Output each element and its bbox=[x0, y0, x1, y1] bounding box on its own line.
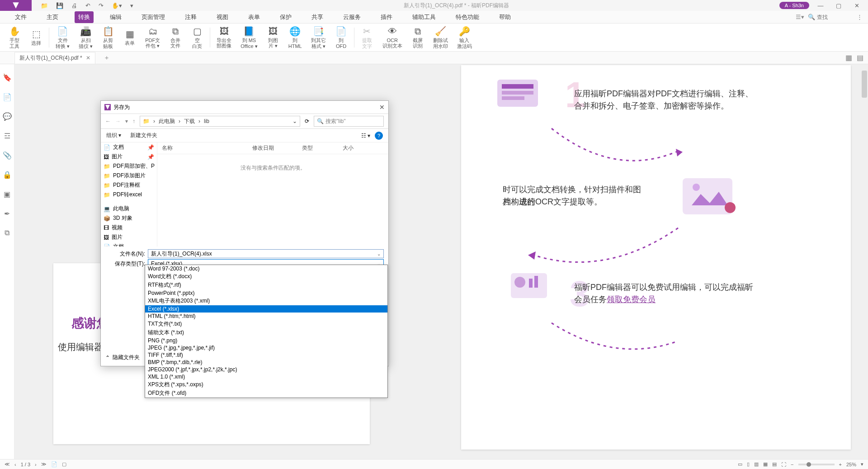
tree-item[interactable]: 📁PDF添加图片 bbox=[101, 171, 157, 180]
path-breadcrumb[interactable]: 📁 › 此电脑 › 下载 › lib ⌄ bbox=[140, 116, 300, 127]
fit-icon[interactable]: ⛶ bbox=[781, 462, 786, 467]
tree-item[interactable]: 🎞视频 bbox=[101, 223, 157, 232]
help-icon[interactable]: ? bbox=[375, 132, 383, 140]
qa-open-icon[interactable]: 📁 bbox=[41, 2, 48, 9]
tree-item[interactable]: 💻此电脑 bbox=[101, 204, 157, 213]
sign-icon[interactable]: ✒ bbox=[4, 209, 10, 218]
dropdown-item[interactable]: BMP (*.bmp,*.dib,*.rle) bbox=[145, 359, 387, 366]
menu-help[interactable]: 帮助 bbox=[495, 11, 514, 23]
menu-form[interactable]: 表单 bbox=[245, 11, 264, 23]
free-member-link[interactable]: 领取免费会员 bbox=[607, 295, 656, 304]
menu-convert[interactable]: 转换 bbox=[75, 11, 94, 23]
user-badge[interactable]: A - Sh3n bbox=[779, 2, 809, 9]
close-button[interactable]: ✕ bbox=[850, 2, 863, 9]
dropdown-item[interactable]: OFD文件 (*.ofd) bbox=[145, 389, 387, 398]
zoom-out-icon[interactable]: − bbox=[791, 462, 793, 467]
ribbon-13[interactable]: 📑到其它 格式 ▾ bbox=[307, 24, 330, 50]
menu-home[interactable]: 主页 bbox=[43, 11, 62, 23]
qa-hand-icon[interactable]: ✋▾ bbox=[112, 2, 122, 9]
ribbon-14[interactable]: 📄到 OFD bbox=[330, 24, 352, 50]
tab-close-icon[interactable]: ✕ bbox=[86, 55, 90, 61]
tree-item[interactable]: 📁PDF转excel bbox=[101, 190, 157, 199]
ribbon-5[interactable]: ▦表单 bbox=[119, 27, 141, 47]
nav-dropdown-icon[interactable]: ▾ bbox=[125, 118, 128, 124]
tab-add-button[interactable]: ＋ bbox=[104, 54, 110, 62]
ribbon-17[interactable]: ⧉截屏 识别 bbox=[407, 24, 429, 50]
view-c-icon[interactable]: ▥ bbox=[754, 461, 759, 467]
dropdown-item[interactable]: PNG (*.png) bbox=[145, 337, 387, 344]
tree-item[interactable]: 📦3D 对象 bbox=[101, 213, 157, 223]
dropdown-item[interactable]: TIFF (*.tiff,*.tif) bbox=[145, 351, 387, 359]
tree-item[interactable]: 📄文档 bbox=[101, 242, 157, 246]
vertical-scrollbar[interactable] bbox=[861, 64, 868, 459]
dropdown-item[interactable]: JPEG (*.jpg,*.jpeg,*.jpe,*.jif) bbox=[145, 344, 387, 351]
ribbon-11[interactable]: 🖼到图 片 ▾ bbox=[262, 24, 284, 50]
nav-back-icon[interactable]: ← bbox=[105, 118, 111, 124]
qa-print-icon[interactable]: 🖨 bbox=[71, 2, 77, 9]
menu-pages[interactable]: 页面管理 bbox=[138, 11, 169, 23]
first-page-icon[interactable]: ≪ bbox=[5, 461, 10, 467]
nav-fwd-icon[interactable]: → bbox=[115, 118, 121, 124]
ribbon-12[interactable]: 🌐到 HTML bbox=[284, 24, 307, 50]
ribbon-3[interactable]: 📠从扫 描仪 ▾ bbox=[74, 24, 97, 50]
ribbon-9[interactable]: 🖼导出全 部图像 bbox=[212, 24, 236, 50]
view-a-icon[interactable]: ▭ bbox=[738, 461, 742, 467]
document-tab[interactable]: 新人引导(1)_OCR(4).pdf * ✕ bbox=[14, 52, 95, 64]
ribbon-2[interactable]: 📄文件 转换 ▾ bbox=[51, 24, 74, 50]
comment-icon[interactable]: 💬 bbox=[3, 112, 12, 121]
organize-button[interactable]: 组织 ▾ bbox=[106, 132, 121, 139]
dropdown-item[interactable]: 辅助文本 (*.txt) bbox=[145, 328, 387, 337]
view-b-icon[interactable]: ▯ bbox=[747, 461, 750, 467]
menu-share[interactable]: 共享 bbox=[308, 11, 327, 23]
new-folder-button[interactable]: 新建文件夹 bbox=[130, 132, 157, 139]
scrollbar-thumb[interactable] bbox=[862, 71, 867, 98]
dropdown-item[interactable]: PowerPoint (*.pptx) bbox=[145, 289, 387, 297]
attach-icon[interactable]: 📎 bbox=[3, 151, 12, 160]
savetype-dropdown[interactable]: Word 97-2003 (*.doc)Word文档 (*.docx)RTF格式… bbox=[145, 265, 388, 398]
nav-up-icon[interactable]: ↑ bbox=[132, 118, 135, 124]
tree-item[interactable]: 📁PDF局部加密、P bbox=[101, 161, 157, 171]
ribbon-10[interactable]: 📘到 MS Office ▾ bbox=[236, 24, 262, 50]
filename-input[interactable]: 新人引导(1)_OCR(4).xlsx ⌄ bbox=[148, 249, 384, 258]
nav-page-icon[interactable]: 📄 bbox=[51, 461, 57, 467]
lock-icon[interactable]: 🔒 bbox=[3, 171, 12, 179]
zoom-dropdown-icon[interactable]: ▾ bbox=[861, 461, 863, 467]
pages-icon[interactable]: 📄 bbox=[3, 93, 12, 101]
file-list[interactable]: 名称 修改日期 类型 大小 没有与搜索条件匹配的项。 bbox=[157, 142, 388, 246]
qa-save-icon[interactable]: 💾 bbox=[56, 2, 63, 9]
page-indicator[interactable]: 1 / 3 bbox=[21, 462, 30, 467]
last-page-icon[interactable]: ≫ bbox=[41, 461, 47, 467]
search-box[interactable]: 🔍 bbox=[808, 14, 853, 20]
layers-icon[interactable]: ☲ bbox=[4, 132, 10, 140]
ribbon-19[interactable]: 🔑输入 激活码 bbox=[453, 24, 476, 50]
dropdown-item[interactable]: Word 97-2003 (*.doc) bbox=[145, 265, 387, 272]
dropdown-item[interactable]: TXT文件(*.txt) bbox=[145, 320, 387, 328]
ribbon-0[interactable]: ✋手型 工具 bbox=[4, 24, 25, 50]
menu-comment[interactable]: 注释 bbox=[181, 11, 200, 23]
next-page-icon[interactable]: › bbox=[35, 462, 37, 467]
search-input[interactable] bbox=[817, 14, 853, 20]
qa-more-icon[interactable]: ▾ bbox=[130, 2, 133, 9]
dropdown-item[interactable]: Excel (*.xlsx) bbox=[145, 305, 387, 313]
menu-more-icon[interactable]: ⋮ bbox=[857, 14, 863, 20]
dropdown-item[interactable]: XML 1.0 (*.xml) bbox=[145, 373, 387, 380]
zoom-slider[interactable] bbox=[798, 464, 835, 465]
menu-feature[interactable]: 特色功能 bbox=[452, 11, 483, 23]
menu-cloud[interactable]: 云服务 bbox=[340, 11, 364, 23]
dropdown-item[interactable]: JPEG2000 (*.jpf,*.jpx,*.jp2,*.j2k,*.jpc) bbox=[145, 366, 387, 373]
chevron-icon[interactable]: ⌃ bbox=[105, 355, 110, 361]
dialog-search[interactable]: 🔍 搜索"lib" bbox=[314, 116, 384, 127]
qa-redo-icon[interactable]: ↷ bbox=[99, 2, 104, 9]
menu-file[interactable]: 文件 bbox=[11, 11, 30, 23]
ribbon-7[interactable]: ⧉合并 文件 bbox=[165, 24, 186, 50]
dropdown-item[interactable]: RTF格式(*.rtf) bbox=[145, 281, 387, 289]
menu-edit[interactable]: 编辑 bbox=[106, 11, 125, 23]
tree-item[interactable]: 🖼图片📌 bbox=[101, 152, 157, 161]
refresh-icon[interactable]: ⟳ bbox=[305, 118, 309, 124]
view-single-icon[interactable]: ▤ bbox=[857, 53, 863, 62]
path-dropdown-icon[interactable]: ⌄ bbox=[292, 118, 297, 124]
ribbon-16[interactable]: 👁OCR 识别文本 bbox=[378, 24, 407, 50]
field-icon[interactable]: ▣ bbox=[4, 190, 10, 199]
ribbon-4[interactable]: 📋从剪 贴板 bbox=[97, 24, 119, 50]
dropdown-item[interactable]: HTML (*.htm;*.html) bbox=[145, 313, 387, 320]
